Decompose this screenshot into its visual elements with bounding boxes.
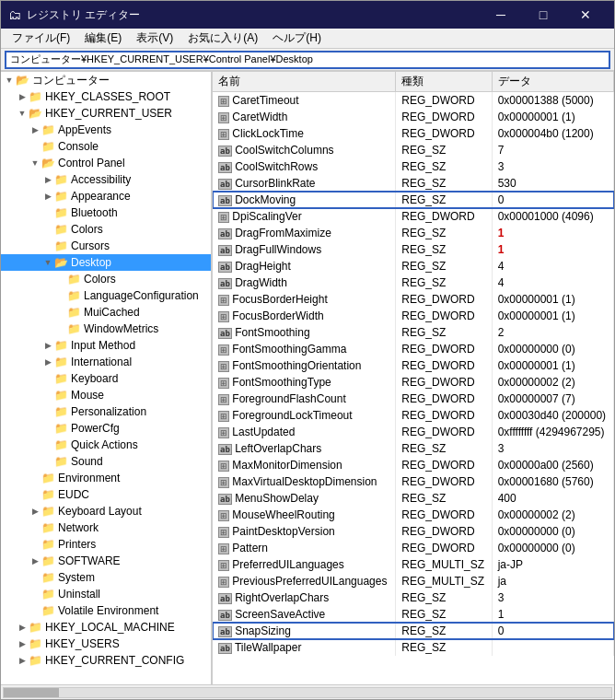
tree-node-colors2[interactable]: 📁Colors — [1, 271, 211, 287]
menu-favorites[interactable]: お気に入り(A) — [180, 29, 265, 48]
tree-node-volatileenv[interactable]: 📁Volatile Environment — [1, 602, 211, 619]
bottom-scrollbar[interactable] — [1, 684, 614, 699]
table-row[interactable]: ab MenuShowDelayREG_SZ400 — [213, 490, 614, 507]
expand-btn-accessibility[interactable]: ▶ — [41, 173, 54, 186]
minimize-button[interactable]: ─ — [480, 1, 522, 29]
tree-node-windowmetrics[interactable]: 📁WindowMetrics — [1, 321, 211, 337]
close-button[interactable]: ✕ — [564, 1, 607, 29]
table-row[interactable]: ⊞ FontSmoothingTypeREG_DWORD0x00000002 (… — [213, 374, 614, 391]
table-row[interactable]: ⊞ ForegroundFlashCountREG_DWORD0x0000000… — [213, 391, 614, 407]
table-row[interactable]: ⊞ PreferredUILanguagesREG_MULTI_SZja-JP — [213, 556, 614, 573]
tree-node-network[interactable]: 📁Network — [1, 519, 211, 536]
table-row[interactable]: ab ScreenSaveActiveREG_SZ1 — [213, 606, 614, 623]
tree-node-keyboard[interactable]: 📁Keyboard — [1, 370, 211, 387]
table-row[interactable]: ab DragHeightREG_SZ4 — [213, 258, 614, 274]
table-row[interactable]: ⊞ MaxVirtualDesktopDimensionREG_DWORD0x0… — [213, 473, 614, 490]
tree-node-colors[interactable]: 📁Colors — [1, 221, 211, 238]
menu-file[interactable]: ファイル(F) — [5, 29, 77, 48]
table-row[interactable]: ⊞ CaretTimeoutREG_DWORD0x00001388 (5000) — [213, 92, 614, 109]
table-row[interactable]: ab SnapSizingREG_SZ0 — [213, 623, 614, 639]
table-row[interactable]: ab FontSmoothingREG_SZ2 — [213, 324, 614, 341]
scroll-track[interactable] — [3, 687, 612, 698]
address-input[interactable] — [5, 51, 610, 69]
tree-node-personalization[interactable]: 📁Personalization — [1, 403, 211, 420]
table-row[interactable]: ⊞ FocusBorderWidthREG_DWORD0x00000001 (1… — [213, 308, 614, 324]
expand-btn-software[interactable]: ▶ — [29, 554, 41, 567]
right-pane[interactable]: 名前 種類 データ ⊞ CaretTimeoutREG_DWORD0x00001… — [213, 72, 614, 684]
tree-node-mouse[interactable]: 📁Mouse — [1, 387, 211, 403]
table-row[interactable]: ⊞ LastUpdatedREG_DWORD0xffffffff (429496… — [213, 424, 614, 440]
table-row[interactable]: ab LeftOverlapCharsREG_SZ3 — [213, 440, 614, 457]
tree-node-hkcr[interactable]: ▶📁HKEY_CLASSES_ROOT — [1, 88, 211, 105]
expand-btn-hkcc[interactable]: ▶ — [16, 654, 29, 667]
tree-node-keyboardlayout[interactable]: ▶📁Keyboard Layout — [1, 503, 211, 519]
table-row[interactable]: ⊞ DpiScalingVerREG_DWORD0x00001000 (4096… — [213, 208, 614, 225]
tree-node-controlpanel[interactable]: ▼📂Control Panel — [1, 155, 211, 171]
tree-node-accessibility[interactable]: ▶📁Accessibility — [1, 171, 211, 188]
tree-node-hkcu[interactable]: ▼📂HKEY_CURRENT_USER — [1, 105, 211, 122]
maximize-button[interactable]: □ — [522, 1, 564, 29]
table-row[interactable]: ⊞ PreviousPreferredUILanguagesREG_MULTI_… — [213, 573, 614, 589]
table-row[interactable]: ⊞ MouseWheelRoutingREG_DWORD0x00000002 (… — [213, 507, 614, 523]
tree-node-powercfg[interactable]: 📁PowerCfg — [1, 420, 211, 437]
tree-node-langconfig[interactable]: 📁LanguageConfiguration — [1, 287, 211, 304]
tree-node-software[interactable]: ▶📁SOFTWARE — [1, 553, 211, 569]
table-row[interactable]: ab CursorBlinkRateREG_SZ530 — [213, 175, 614, 192]
table-row[interactable]: ab DockMovingREG_SZ0 — [213, 192, 614, 208]
expand-btn-hkcr[interactable]: ▶ — [16, 90, 29, 103]
expand-btn-international[interactable]: ▶ — [41, 356, 54, 368]
expand-btn-inputmethod[interactable]: ▶ — [41, 339, 54, 352]
tree-node-console[interactable]: 📁Console — [1, 138, 211, 155]
table-row[interactable]: ab CoolSwitchRowsREG_SZ3 — [213, 158, 614, 175]
menu-edit[interactable]: 編集(E) — [77, 29, 129, 48]
expand-btn-hklm[interactable]: ▶ — [16, 621, 29, 634]
menu-help[interactable]: ヘルプ(H) — [265, 29, 329, 48]
table-row[interactable]: ⊞ FontSmoothingGammaREG_DWORD0x00000000 … — [213, 341, 614, 357]
table-row[interactable]: ab DragFullWindowsREG_SZ1 — [213, 241, 614, 258]
tree-node-hklm[interactable]: ▶📁HKEY_LOCAL_MACHINE — [1, 619, 211, 636]
tree-node-bluetooth[interactable]: 📁Bluetooth — [1, 204, 211, 221]
tree-node-environment[interactable]: 📁Environment — [1, 470, 211, 486]
tree-node-quickactions[interactable]: 📁Quick Actions — [1, 437, 211, 453]
table-row[interactable]: ⊞ ClickLockTimeREG_DWORD0x000004b0 (1200… — [213, 125, 614, 142]
table-row[interactable]: ⊞ PatternREG_DWORD0x00000000 (0) — [213, 540, 614, 556]
tree-node-international[interactable]: ▶📁International — [1, 354, 211, 370]
tree-node-uninstall[interactable]: 📁Uninstall — [1, 586, 211, 602]
expand-btn-keyboardlayout[interactable]: ▶ — [29, 505, 41, 518]
table-row[interactable]: ab TileWallpaperREG_SZ — [213, 639, 614, 656]
table-row[interactable]: ⊞ PaintDesktopVersionREG_DWORD0x00000000… — [213, 523, 614, 540]
tree-node-appearance[interactable]: ▶📁Appearance — [1, 188, 211, 204]
expand-btn-hkcu[interactable]: ▼ — [16, 107, 29, 120]
tree-node-printers[interactable]: 📁Printers — [1, 536, 211, 553]
table-row[interactable]: ⊞ MaxMonitorDimensionREG_DWORD0x00000a00… — [213, 457, 614, 473]
table-row[interactable]: ⊞ FontSmoothingOrientationREG_DWORD0x000… — [213, 357, 614, 374]
menu-view[interactable]: 表示(V) — [129, 29, 180, 48]
tree-node-desktop[interactable]: ▼📂Desktop — [1, 254, 211, 271]
table-row[interactable]: ⊞ CaretWidthREG_DWORD0x00000001 (1) — [213, 109, 614, 125]
table-row[interactable]: ⊞ ForegroundLockTimeoutREG_DWORD0x00030d… — [213, 407, 614, 424]
tree-node-inputmethod[interactable]: ▶📁Input Method — [1, 337, 211, 354]
tree-node-eudc[interactable]: 📁EUDC — [1, 486, 211, 503]
tree-node-sound[interactable]: 📁Sound — [1, 453, 211, 470]
expand-btn-appearance[interactable]: ▶ — [41, 190, 54, 203]
expand-btn-controlpanel[interactable]: ▼ — [29, 157, 41, 169]
expand-btn-hku[interactable]: ▶ — [16, 637, 29, 650]
tree-node-appevents[interactable]: ▶📁AppEvents — [1, 122, 211, 138]
expand-btn-computer[interactable]: ▼ — [3, 74, 16, 87]
expand-btn-desktop[interactable]: ▼ — [41, 256, 54, 269]
tree-node-computer[interactable]: ▼📂コンピューター — [1, 72, 211, 88]
tree-pane[interactable]: ▼📂コンピューター▶📁HKEY_CLASSES_ROOT▼📂HKEY_CURRE… — [1, 72, 213, 684]
tree-node-hkcc[interactable]: ▶📁HKEY_CURRENT_CONFIG — [1, 652, 211, 669]
expand-btn-appevents[interactable]: ▶ — [29, 123, 41, 136]
table-row[interactable]: ab DragWidthREG_SZ4 — [213, 274, 614, 291]
table-row[interactable]: ⊞ FocusBorderHeightREG_DWORD0x00000001 (… — [213, 291, 614, 308]
table-row[interactable]: ab DragFromMaximizeREG_SZ1 — [213, 225, 614, 241]
tree-node-hku[interactable]: ▶📁HKEY_USERS — [1, 636, 211, 652]
tree-node-system[interactable]: 📁System — [1, 569, 211, 586]
table-row[interactable]: ab CoolSwitchColumnsREG_SZ7 — [213, 142, 614, 158]
tree-label-console: Console — [58, 140, 99, 153]
tree-node-cursors[interactable]: 📁Cursors — [1, 238, 211, 254]
scroll-thumb[interactable] — [4, 688, 59, 697]
tree-node-muicached[interactable]: 📁MuiCached — [1, 304, 211, 321]
table-row[interactable]: ab RightOverlapCharsREG_SZ3 — [213, 589, 614, 606]
